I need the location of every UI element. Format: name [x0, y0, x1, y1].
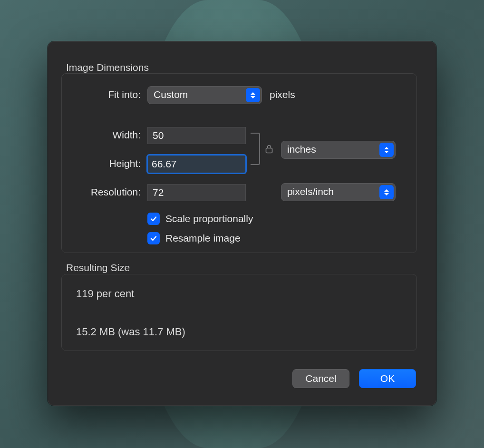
ok-button[interactable]: OK — [359, 369, 416, 388]
dialog-button-bar: Cancel OK — [292, 369, 416, 388]
scale-proportionally-checkbox[interactable] — [147, 213, 160, 225]
link-bracket — [251, 133, 260, 165]
image-dimensions-fieldset: Fit into: Custom pixels Width: Height: i… — [61, 73, 417, 253]
width-label: Width: — [80, 129, 141, 141]
resolution-input[interactable] — [147, 184, 246, 201]
size-unit-select[interactable]: inches — [281, 141, 396, 159]
image-dimensions-dialog: Image Dimensions Fit into: Custom pixels… — [48, 41, 436, 406]
fit-into-select[interactable]: Custom — [147, 86, 262, 104]
resolution-label: Resolution: — [71, 186, 141, 198]
resample-checkbox[interactable] — [147, 232, 160, 244]
resulting-size-title: Resulting Size — [66, 262, 130, 273]
lock-icon — [263, 143, 275, 155]
height-label: Height: — [80, 158, 141, 169]
fit-into-selected-value: Custom — [154, 89, 188, 100]
size-unit-selected-value: inches — [287, 144, 316, 155]
resulting-percent-text: 119 per cent — [76, 288, 134, 300]
fit-into-units-label: pixels — [270, 89, 295, 100]
resulting-filesize-text: 15.2 MB (was 11.7 MB) — [76, 326, 185, 338]
resolution-unit-select[interactable]: pixels/inch — [281, 183, 396, 201]
cancel-button[interactable]: Cancel — [292, 369, 349, 388]
image-dimensions-title: Image Dimensions — [66, 62, 149, 73]
chevron-updown-icon — [379, 143, 394, 157]
width-input[interactable] — [147, 127, 246, 144]
resample-label: Resample image — [165, 233, 241, 244]
resample-row[interactable]: Resample image — [147, 232, 241, 244]
scale-proportionally-row[interactable]: Scale proportionally — [147, 213, 253, 225]
svg-rect-0 — [266, 148, 272, 153]
resulting-size-fieldset: 119 per cent 15.2 MB (was 11.7 MB) — [61, 274, 417, 351]
ok-button-label: OK — [380, 373, 395, 384]
cancel-button-label: Cancel — [305, 373, 336, 384]
chevron-updown-icon — [379, 185, 394, 199]
chevron-updown-icon — [246, 88, 260, 102]
resolution-unit-selected-value: pixels/inch — [287, 186, 334, 197]
fit-into-label: Fit into: — [80, 89, 141, 100]
scale-proportionally-label: Scale proportionally — [165, 213, 253, 224]
height-input[interactable] — [146, 154, 247, 174]
